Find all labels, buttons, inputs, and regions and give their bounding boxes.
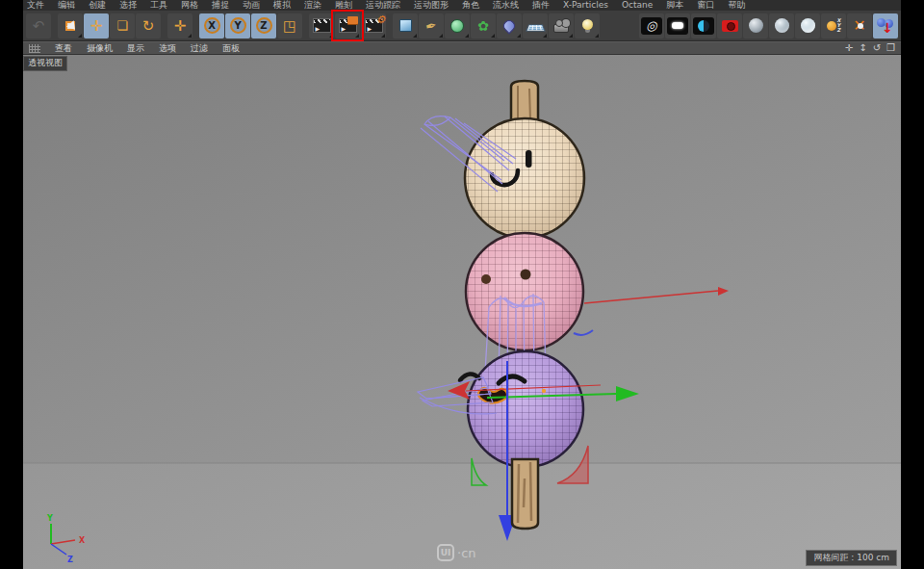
watermark-logo: UI (437, 544, 454, 561)
y-axis-lock[interactable]: Y (225, 13, 250, 39)
octane-hdri-button[interactable] (691, 13, 716, 39)
grid-spacing-status: 网格间距 : 100 cm (806, 550, 897, 566)
middle-dango-right-eye (521, 270, 531, 280)
x-axis-lock[interactable]: X (199, 13, 224, 39)
c4d-window: 文件 编辑 创建 选择 工具 网格 捕捉 动画 模拟 渲染 雕刻 运动跟踪 运动… (23, 0, 901, 569)
viewport-menu-display[interactable]: 显示 (127, 42, 144, 55)
subdivision-surface-button[interactable] (445, 13, 470, 39)
viewport-menu-view[interactable]: 查看 (55, 42, 72, 55)
menu-animate[interactable]: 动画 (243, 0, 260, 11)
spline-pen-button[interactable]: ✒ (419, 13, 444, 39)
viewport-menu-options[interactable]: 选项 (159, 42, 176, 55)
menu-select[interactable]: 选择 (119, 0, 137, 11)
specular-material-button[interactable] (795, 13, 820, 39)
x-lock-icon: X (204, 17, 220, 34)
viewport-nav-controls: ✛ ↕ ↺ ❐ (845, 42, 895, 54)
camera-icon (553, 24, 569, 33)
move-tool[interactable]: ✛ (84, 13, 109, 39)
small-z-hook (574, 330, 593, 335)
middle-dango-left-eye (481, 274, 491, 284)
diffuse-sphere-icon (749, 18, 763, 33)
light-button[interactable] (575, 13, 600, 39)
selection-point (542, 389, 546, 393)
z-axis-lock[interactable]: Z (251, 13, 276, 39)
coordinate-cube-icon: ◳ (283, 17, 296, 35)
viewport-menu-cameras[interactable]: 摄像机 (87, 42, 113, 55)
scale-tool[interactable]: ❏ (110, 13, 135, 39)
viewport-menu-panel[interactable]: 面板 (222, 42, 240, 55)
menu-script[interactable]: 脚本 (666, 0, 683, 11)
menu-edit[interactable]: 编辑 (58, 0, 75, 11)
floor-grid-icon (526, 25, 545, 32)
octane-scatter-button[interactable]: ✕ (847, 13, 872, 39)
subdivision-sphere-icon (450, 19, 464, 33)
last-used-tool[interactable]: ✛ (167, 13, 192, 39)
y-axis-handle[interactable] (616, 386, 639, 401)
bend-icon (501, 17, 518, 34)
viewport-menu-filter[interactable]: 过滤 (191, 42, 208, 55)
octane-live-viewer-button[interactable]: ◎ (639, 13, 664, 39)
menu-create[interactable]: 创建 (89, 0, 106, 11)
diffuse-material-button[interactable] (743, 13, 768, 39)
move-icon: ✛ (90, 17, 103, 35)
perspective-viewport[interactable]: 透视视图 (23, 55, 901, 569)
skewer-stick-bottom[interactable] (512, 459, 538, 529)
menu-tools[interactable]: 工具 (150, 0, 167, 11)
deformer-button[interactable] (497, 13, 522, 39)
watermark-text: ·cn (457, 546, 476, 560)
zoom-view-icon[interactable]: ↕ (859, 42, 866, 54)
camera-button[interactable] (549, 13, 574, 39)
octane-arealight-button[interactable] (665, 13, 690, 39)
octane-camera-button[interactable] (717, 13, 742, 39)
mograph-array-button[interactable]: ✿ (471, 13, 496, 39)
menu-sculpt[interactable]: 雕刻 (335, 0, 352, 11)
coordinate-system-button[interactable]: ◳ (277, 13, 302, 39)
scale-icon: ❏ (116, 18, 128, 33)
scene-canvas[interactable]: Y X Z (23, 55, 901, 569)
render-view-button[interactable] (309, 13, 334, 39)
xyz-ball-icon: XYZ (827, 18, 841, 33)
orange-cross-icon: ✕ (853, 16, 865, 35)
glossy-material-button[interactable] (769, 13, 794, 39)
glossy-sphere-icon (775, 18, 789, 33)
menu-mograph[interactable]: 运动图形 (414, 0, 449, 11)
arealight-icon (667, 17, 688, 35)
menu-file[interactable]: 文件 (27, 0, 44, 11)
menu-plugins[interactable]: 插件 (532, 0, 550, 11)
undo-icon: ↶ (33, 17, 45, 35)
rotate-view-icon[interactable]: ↺ (873, 42, 881, 54)
menu-pipeline[interactable]: 流水线 (493, 0, 519, 11)
specular-sphere-icon (801, 18, 815, 33)
pan-view-icon[interactable]: ✛ (845, 42, 853, 54)
menu-window[interactable]: 窗口 (697, 0, 714, 11)
menu-snap[interactable]: 捕捉 (212, 0, 229, 11)
x-axis-gizmo[interactable] (584, 287, 729, 303)
z-axis-label: Z (67, 556, 73, 564)
bottom-dango-sphere[interactable] (460, 351, 583, 467)
x-axis-label: X (79, 536, 86, 545)
render-settings-button[interactable]: ⚙ (361, 13, 386, 39)
menu-motion-tracker[interactable]: 运动跟踪 (366, 0, 400, 11)
cube-primitive-button[interactable] (393, 13, 418, 39)
menu-help[interactable]: 帮助 (728, 0, 745, 11)
menu-simulate[interactable]: 模拟 (273, 0, 291, 11)
rotate-tool[interactable]: ↻ (136, 13, 161, 39)
light-bulb-icon (582, 19, 593, 30)
render-clapper-icon (313, 18, 331, 33)
floor-environment-button[interactable] (523, 13, 548, 39)
viewport-label[interactable]: 透视视图 (23, 56, 67, 71)
render-settings-icon: ⚙ (365, 18, 383, 33)
menu-render[interactable]: 渲染 (304, 0, 321, 11)
octane-object-button[interactable]: XYZ (821, 13, 846, 39)
undo-button[interactable]: ↶ (26, 13, 51, 39)
menu-octane[interactable]: Octane (622, 0, 653, 11)
octane-tag-button[interactable]: ↓ (873, 13, 898, 39)
render-picture-viewer-button[interactable] (335, 13, 360, 39)
red-camera-icon (722, 20, 738, 32)
menu-xparticles[interactable]: X-Particles (563, 0, 608, 11)
viewport-grid-icon[interactable] (29, 44, 40, 53)
live-selection-tool[interactable] (58, 13, 83, 39)
menu-character[interactable]: 角色 (462, 0, 479, 11)
maximize-view-icon[interactable]: ❐ (886, 42, 895, 54)
menu-mesh[interactable]: 网格 (181, 0, 198, 11)
